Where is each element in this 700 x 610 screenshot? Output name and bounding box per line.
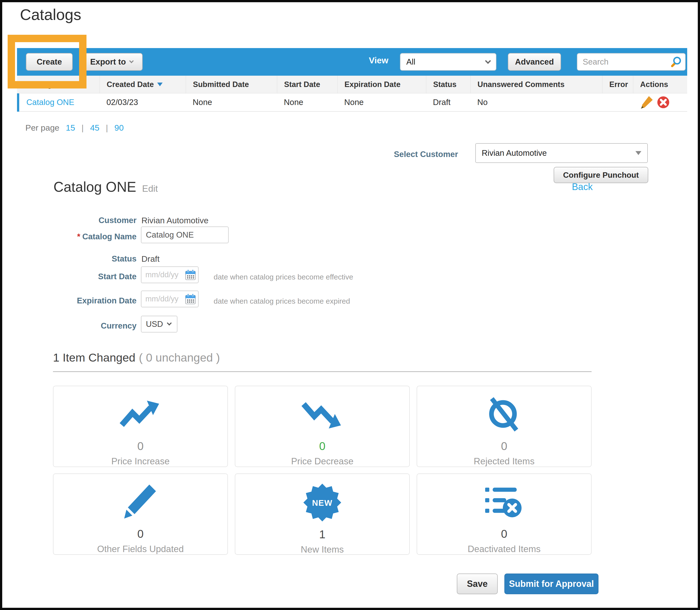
tile-new-items[interactable]: NEW 1 New Items [235, 473, 410, 555]
slash-circle-icon [485, 396, 524, 433]
sort-descending-icon [157, 83, 163, 86]
tile-label: Price Decrease [291, 456, 354, 467]
status-field-value: Draft [142, 254, 160, 264]
per-page-separator: | [82, 123, 84, 133]
new-badge-text: NEW [312, 498, 332, 508]
calendar-icon[interactable] [185, 293, 196, 305]
expiration-date-helper-text: date when catalog prices become expired [214, 297, 350, 305]
export-button[interactable]: Export to [81, 53, 143, 71]
start-date-cell: None [277, 93, 337, 111]
section-divider [53, 371, 591, 372]
table-row: Catalog ONE 02/03/23 None None None Draf… [17, 93, 687, 112]
customer-field-label: Customer [32, 216, 136, 225]
save-button[interactable]: Save [457, 574, 498, 594]
start-date-field-label: Start Date [32, 272, 136, 281]
edit-pencil-icon[interactable] [640, 96, 653, 109]
configure-punchout-button[interactable]: Configure Punchout [554, 167, 648, 183]
view-select[interactable]: All [400, 53, 496, 71]
select-customer-label: Select Customer [359, 149, 458, 159]
catalog-name-field-label: *Catalog Name [32, 232, 136, 241]
column-header-expiration-date[interactable]: Expiration Date [337, 76, 426, 93]
submitted-date-cell: None [186, 93, 277, 111]
expiration-date-field-label: Expiration Date [32, 296, 136, 305]
column-header-label: Expiration Date [344, 80, 401, 89]
search-box [577, 53, 686, 71]
calendar-icon[interactable] [185, 269, 196, 280]
tile-price-decrease[interactable]: 0 Price Decrease [235, 386, 410, 467]
column-header-label: Start Date [284, 80, 320, 89]
required-marker: * [77, 232, 80, 241]
back-link[interactable]: Back [572, 182, 592, 192]
tile-label: Deactivated Items [468, 544, 541, 554]
items-changed-title: 1 Item Changed [53, 351, 135, 364]
column-header-label: Status [433, 80, 457, 89]
column-header-label: Actions [640, 80, 668, 89]
items-changed-heading: 1 Item Changed ( 0 unchanged ) [53, 351, 220, 364]
start-date-helper-text: date when catalog prices become effectiv… [214, 273, 353, 281]
column-header-submitted-date[interactable]: Submitted Date [186, 76, 277, 93]
create-button-highlight [7, 35, 86, 89]
trend-down-icon [302, 396, 343, 433]
per-page-option-90[interactable]: 90 [114, 123, 124, 133]
customer-select-value: Rivian Automotive [482, 148, 635, 158]
status-cell: Draft [426, 93, 470, 111]
row-accent-bar [17, 93, 19, 112]
currency-select-value: USD [146, 319, 163, 329]
catalogs-page: { "page": { "title": "Catalogs" }, "tool… [0, 0, 700, 610]
tile-deactivated-items[interactable]: 0 Deactivated Items [417, 473, 591, 555]
new-badge-icon: NEW [303, 484, 342, 521]
unanswered-comments-cell: No [470, 93, 602, 111]
view-select-value: All [406, 57, 486, 66]
customer-field-value: Rivian Automotive [142, 216, 209, 225]
list-x-icon [484, 484, 524, 521]
delete-x-icon[interactable] [657, 96, 670, 109]
search-icon[interactable] [670, 56, 682, 67]
expiration-date-field [141, 291, 199, 307]
customer-select[interactable]: Rivian Automotive [475, 143, 648, 163]
catalog-link[interactable]: Catalog ONE [26, 98, 74, 107]
detail-title: Catalog ONE [53, 179, 136, 195]
column-header-label: Submitted Date [193, 80, 249, 89]
submit-for-approval-button[interactable]: Submit for Approval [504, 574, 599, 594]
catalog-name-cell: Catalog ONE [17, 93, 100, 111]
tile-count: 0 [501, 439, 507, 453]
catalog-name-input[interactable] [141, 226, 229, 243]
dropdown-arrow-icon [635, 151, 641, 155]
per-page-control: Per page 15 | 45 | 90 [26, 123, 124, 133]
tile-label: New Items [301, 544, 344, 555]
tile-label: Price Increase [111, 456, 170, 467]
per-page-option-15[interactable]: 15 [66, 123, 75, 133]
column-header-unanswered-comments[interactable]: Unanswered Comments [470, 76, 602, 93]
currency-select[interactable]: USD [141, 316, 177, 333]
per-page-option-45[interactable]: 45 [90, 123, 100, 133]
column-header-error[interactable]: Error [602, 76, 633, 93]
start-date-field [141, 267, 199, 283]
tile-price-increase[interactable]: 0 Price Increase [53, 386, 228, 467]
currency-field-label: Currency [32, 321, 136, 331]
column-header-actions[interactable]: Actions [633, 76, 687, 93]
status-field-label: Status [32, 254, 136, 263]
advanced-button[interactable]: Advanced [508, 53, 561, 71]
detail-subtitle: Edit [142, 183, 158, 194]
tile-count: 1 [319, 528, 325, 541]
tile-rejected-items[interactable]: 0 Rejected Items [417, 386, 591, 467]
tile-other-fields-updated[interactable]: 0 Other Fields Updated [53, 473, 228, 555]
tile-count: 0 [137, 439, 144, 453]
per-page-separator: | [106, 123, 108, 133]
catalog-name-label-text: Catalog Name [82, 232, 136, 241]
search-input[interactable] [583, 57, 670, 66]
chevron-down-icon [129, 59, 133, 63]
column-header-start-date[interactable]: Start Date [277, 76, 337, 93]
tile-count: 0 [501, 527, 507, 541]
expiration-date-cell: None [337, 93, 426, 111]
items-unchanged-subtitle: ( 0 unchanged ) [139, 351, 220, 364]
actions-cell [633, 93, 687, 111]
detail-header: Catalog ONE Edit [53, 179, 158, 195]
column-header-label: Error [609, 80, 628, 89]
column-header-created-date[interactable]: Created Date [100, 76, 186, 93]
error-cell [602, 93, 633, 111]
column-header-label: Unanswered Comments [477, 80, 565, 89]
summary-tiles: 0 Price Increase 0 Price Decrease 0 Reje… [53, 386, 591, 555]
column-header-status[interactable]: Status [426, 76, 470, 93]
per-page-label: Per page [26, 123, 59, 133]
